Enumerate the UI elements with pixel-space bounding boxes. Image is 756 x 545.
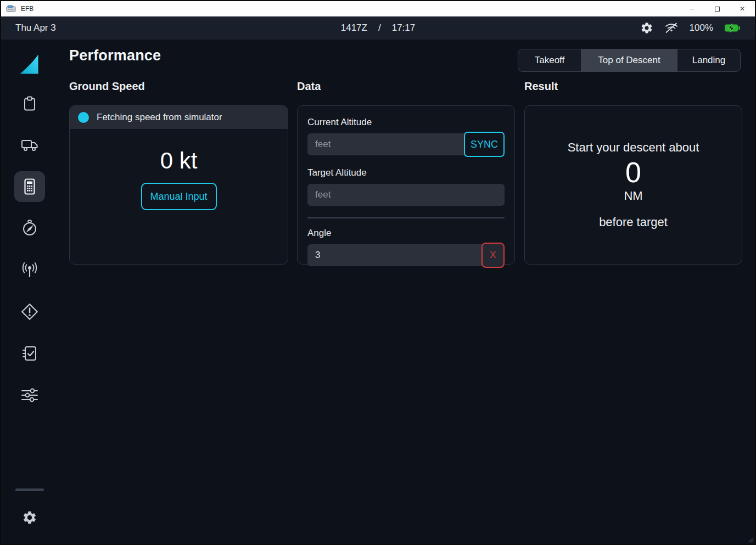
tab-landing[interactable]: Landing — [677, 49, 740, 71]
efb-app-window: EFB ─ ✕ Thu Apr 3 1417Z / 17:17 — [0, 0, 756, 545]
sidebar-nav — [1, 40, 58, 544]
content-area: Performance Takeoff Top of Descent Landi… — [1, 40, 755, 544]
resize-grip[interactable] — [747, 536, 754, 543]
window-title: EFB — [21, 5, 33, 13]
sidebar-item-presets[interactable] — [14, 380, 45, 411]
manual-input-button[interactable]: Manual Input — [141, 183, 217, 210]
ground-speed-value: 0 kt — [160, 148, 198, 174]
warning-diamond-icon — [20, 302, 39, 321]
sync-button[interactable]: SYNC — [464, 132, 505, 157]
clipboard-icon — [21, 94, 38, 112]
angle-input[interactable] — [307, 244, 505, 266]
gear-icon — [22, 510, 37, 525]
page-title: Performance — [69, 47, 161, 64]
truck-icon — [20, 137, 39, 153]
maximize-icon — [715, 7, 720, 12]
target-altitude-input[interactable] — [307, 184, 505, 206]
tab-top-of-descent[interactable]: Top of Descent — [581, 49, 677, 71]
fetching-status-dot-icon — [78, 112, 89, 123]
window-titlebar: EFB ─ ✕ — [1, 1, 755, 16]
wifi-off-icon — [664, 21, 679, 35]
tab-takeoff[interactable]: Takeoff — [518, 49, 581, 71]
window-maximize-button[interactable] — [704, 1, 730, 16]
statusbar-clock: 1417Z / 17:17 — [341, 23, 415, 33]
calculator-icon — [21, 177, 38, 196]
sidebar-item-atc[interactable] — [14, 255, 45, 285]
checklist-icon — [21, 345, 38, 362]
ground-speed-card: Fetching speed from simulator 0 kt Manua… — [69, 105, 288, 265]
compass-icon — [21, 219, 38, 238]
sidebar-item-flight[interactable] — [14, 88, 45, 119]
current-altitude-label: Current Altitude — [307, 117, 505, 128]
sidebar-item-performance[interactable] — [14, 171, 45, 202]
angle-label: Angle — [307, 228, 505, 239]
ground-speed-status-bar: Fetching speed from simulator — [70, 106, 288, 129]
battery-charging-icon — [724, 23, 741, 33]
statusbar-date: Thu Apr 3 — [15, 23, 56, 33]
sidebar-item-checklists[interactable] — [14, 338, 45, 369]
local-time: 17:17 — [392, 23, 416, 33]
airline-logo-icon — [18, 52, 42, 76]
result-line1: Start your descent about — [568, 141, 699, 155]
sidebar-item-settings[interactable] — [14, 502, 45, 533]
performance-tab-group: Takeoff Top of Descent Landing — [518, 49, 741, 72]
sidebar-item-navigation[interactable] — [14, 213, 45, 244]
app-icon — [6, 5, 16, 13]
result-section-title: Result — [524, 80, 558, 93]
gear-icon[interactable] — [640, 21, 653, 35]
time-separator: / — [378, 23, 381, 33]
sidebar-item-dashboard[interactable] — [16, 52, 43, 77]
data-section-title: Data — [297, 80, 321, 93]
fetching-status-text: Fetching speed from simulator — [97, 112, 222, 123]
performance-page: Performance Takeoff Top of Descent Landi… — [58, 40, 755, 544]
result-unit: NM — [624, 189, 642, 203]
result-card: Start your descent about 0 NM before tar… — [524, 105, 742, 265]
result-line2: before target — [599, 215, 668, 229]
ground-speed-section-title: Ground Speed — [69, 80, 145, 93]
sidebar-item-ground-services[interactable] — [14, 130, 45, 160]
broadcast-antenna-icon — [21, 261, 38, 279]
efb-statusbar: Thu Apr 3 1417Z / 17:17 100% — [1, 16, 755, 40]
data-divider — [307, 217, 505, 218]
target-altitude-label: Target Altitude — [307, 167, 505, 178]
window-close-button[interactable]: ✕ — [730, 1, 755, 16]
sidebar-item-failures[interactable] — [14, 296, 45, 327]
data-card: Current Altitude SYNC Target Altitude An… — [297, 105, 515, 265]
battery-percent: 100% — [690, 23, 713, 33]
result-distance-value: 0 — [625, 157, 641, 188]
sliders-icon — [20, 386, 39, 404]
utc-time: 1417Z — [341, 23, 367, 33]
sidebar-divider — [15, 488, 44, 491]
window-minimize-button[interactable]: ─ — [679, 1, 704, 16]
clear-angle-button[interactable]: X — [481, 243, 505, 268]
